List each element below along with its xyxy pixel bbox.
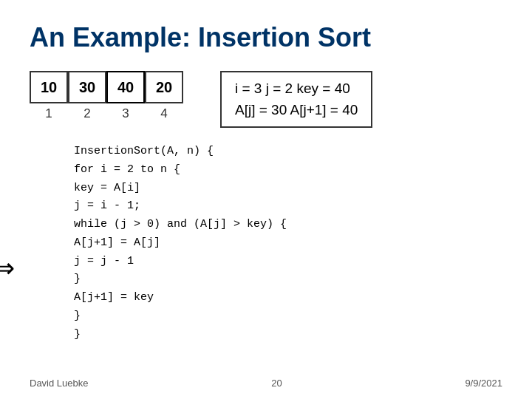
footer-center: 20 [89, 378, 466, 389]
info-line1: i = 3 j = 2 key = 40 [235, 78, 358, 100]
index-2: 2 [68, 106, 106, 121]
slide: An Example: Insertion Sort 10 30 40 20 1… [0, 0, 532, 399]
code-wrapper: ⇒ InsertionSort(A, n) { for i = 2 to n {… [30, 138, 502, 344]
code-line-8: } [74, 270, 502, 289]
array-indices: 1 2 3 4 [30, 106, 183, 121]
content-area: 10 30 40 20 1 2 3 4 i = 3 j = 2 key = 40… [30, 71, 502, 344]
footer: David Luebke 20 9/9/2021 [30, 378, 502, 389]
code-line-1: InsertionSort(A, n) { [74, 143, 502, 161]
footer-right: 9/9/2021 [465, 378, 502, 389]
code-section: InsertionSort(A, n) { for i = 2 to n { k… [74, 143, 502, 344]
slide-title: An Example: Insertion Sort [30, 22, 502, 53]
footer-left: David Luebke [30, 378, 89, 389]
code-line-6: A[j+1] = A[j] [74, 234, 502, 253]
arrow-icon: ⇒ [0, 253, 15, 284]
arrow-container: ⇒ [0, 253, 15, 284]
code-line-2: for i = 2 to n { [74, 161, 502, 180]
code-line-9: A[j+1] = key [74, 289, 502, 307]
code-line-5: while (j > 0) and (A[j] > key) { [74, 216, 502, 234]
index-1: 1 [30, 106, 68, 121]
code-line-3: key = A[i] [74, 180, 502, 198]
array-container: 10 30 40 20 1 2 3 4 [30, 71, 183, 121]
top-section: 10 30 40 20 1 2 3 4 i = 3 j = 2 key = 40… [30, 71, 502, 128]
code-line-4: j = i - 1; [74, 197, 502, 216]
cell-4: 20 [145, 71, 183, 103]
code-line-10: } [74, 307, 502, 326]
cell-3: 40 [106, 71, 145, 103]
index-4: 4 [145, 106, 183, 121]
array-cells: 10 30 40 20 [30, 71, 183, 103]
info-box: i = 3 j = 2 key = 40 A[j] = 30 A[j+1] = … [220, 71, 372, 128]
code-line-7: j = j - 1 [74, 253, 502, 271]
cell-1: 10 [30, 71, 68, 103]
index-3: 3 [106, 106, 145, 121]
code-line-11: } [74, 326, 502, 344]
cell-2: 30 [68, 71, 106, 103]
info-line2: A[j] = 30 A[j+1] = 40 [235, 100, 358, 121]
